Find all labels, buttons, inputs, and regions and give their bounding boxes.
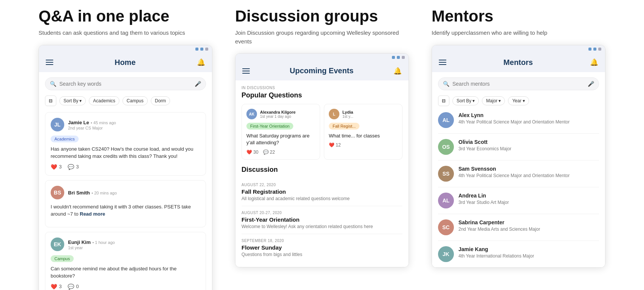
- mentors-section: Mentors Identify upperclassmen who are w…: [432, 8, 605, 268]
- discussion-date-0: AUGUST 22, 2020: [242, 183, 402, 187]
- mentor-avatar-1: OS: [438, 139, 454, 155]
- author-name-2: Eunji Kim: [68, 239, 91, 245]
- mentors-filter-icon-btn[interactable]: ⊟: [438, 96, 449, 106]
- campus-chip[interactable]: Campus: [122, 96, 148, 105]
- mentor-item-1[interactable]: OS Olivia Scott 3rd Year Economics Major: [438, 139, 599, 155]
- titlebar-dot-2: [200, 48, 203, 51]
- qcard-text-1: What time... for classes: [329, 133, 398, 139]
- discussion-section-heading: Discussion: [242, 166, 402, 174]
- search-icon: 🔍: [50, 81, 56, 87]
- mentor-info-1: Olivia Scott 3rd Year Economics Major: [458, 139, 599, 152]
- discussion-item-0[interactable]: AUGUST 22, 2020 Fall Registration All lo…: [242, 178, 402, 206]
- mentors-sort-label: Sort By: [457, 98, 471, 103]
- question-cards: AK Alexandra Kilgore 1st year 1 day ago …: [242, 104, 402, 159]
- mentors-sort-chip[interactable]: Sort By ▾: [452, 96, 479, 105]
- dorm-label: Dorm: [155, 98, 166, 103]
- sort-by-label: Sort By: [63, 98, 78, 103]
- heart-reaction-2[interactable]: ❤️ 3: [51, 284, 62, 290]
- qa-search-bar[interactable]: 🔍 🎤: [45, 77, 206, 90]
- discussion-subtitle: Join Discussion groups regarding upcomin…: [235, 29, 409, 46]
- bell-icon[interactable]: 🔔: [197, 58, 205, 66]
- post-meta-1: Bri Smith • 20 mins ago: [68, 189, 200, 196]
- academics-chip[interactable]: Academics: [89, 96, 119, 105]
- titlebar-dot-d3: [402, 56, 405, 59]
- discussion-hamburger-icon[interactable]: [242, 68, 250, 74]
- mentor-item-4[interactable]: SC Sabrina Carpenter 2nd Year Media Arts…: [438, 219, 599, 235]
- qcard-hearts-1: ❤️ 12: [329, 142, 341, 148]
- mentors-search-icon: 🔍: [443, 81, 449, 87]
- major-chip[interactable]: Major ▾: [482, 96, 505, 105]
- mic-icon[interactable]: 🎤: [195, 81, 201, 87]
- discussion-date-2: SEPTEMBER 18, 2020: [242, 239, 402, 243]
- mentor-item-0[interactable]: AL Alex Lynn 4th Year Political Science …: [438, 112, 599, 128]
- discussion-titlebar: [235, 54, 409, 61]
- mentor-item-3[interactable]: AL Andrea Lin 3rd Year Studio Art Major: [438, 193, 599, 208]
- read-more-link[interactable]: Read more: [80, 211, 105, 217]
- mentor-divider-0: [438, 133, 599, 134]
- post-header-1: BS Bri Smith • 20 mins ago: [51, 186, 200, 199]
- post-footer-0: ❤️ 3 💬 3: [51, 164, 200, 170]
- sort-by-chip[interactable]: Sort By ▾: [59, 96, 86, 105]
- comment-count: 3: [76, 164, 79, 170]
- discussion-bell-icon[interactable]: 🔔: [393, 67, 402, 75]
- qa-header-title: Home: [115, 58, 136, 67]
- qcard-footer-1: ❤️ 12: [329, 142, 398, 148]
- mentors-bell-icon[interactable]: 🔔: [590, 58, 598, 66]
- question-card-0[interactable]: AK Alexandra Kilgore 1st year 1 day ago …: [242, 104, 320, 159]
- post-time-2: • 1 hour ago: [92, 240, 115, 245]
- filter-icon: ⊟: [49, 98, 53, 103]
- qcard-year-1: 1st y...: [342, 114, 353, 119]
- search-input[interactable]: [59, 81, 195, 87]
- mentors-hamburger-icon[interactable]: [439, 60, 446, 65]
- mentors-search-input[interactable]: [452, 81, 588, 87]
- mentor-avatar-0: AL: [438, 112, 454, 128]
- post-text-content-1: I wouldn't recommend taking it with 3 ot…: [51, 204, 191, 217]
- mentor-item-2[interactable]: SS Sam Svensson 4th Year Political Scien…: [438, 166, 599, 182]
- discussion-title: Discussion groups: [235, 8, 409, 25]
- discussion-item-1[interactable]: AUGUST 20-27, 2020 First-Year Orientatio…: [242, 206, 402, 234]
- mentors-phone-body: 🔍 🎤 ⊟ Sort By ▾ Major ▾ Year: [432, 72, 605, 267]
- post-card-2: EK Eunji Kim • 1 hour ago 1st year Campu…: [45, 232, 206, 290]
- titlebar-dot-3: [205, 48, 208, 51]
- mentor-detail-4: 2nd Year Media Arts and Sciences Major: [458, 226, 599, 233]
- post-tag-academics: Academics: [51, 136, 79, 142]
- heart-reaction-0[interactable]: ❤️ 3: [51, 164, 62, 170]
- qcard-text-0: What Saturday programs are y'all attendi…: [246, 133, 315, 146]
- qcard-header-0: AK Alexandra Kilgore 1st year 1 day ago: [246, 109, 315, 119]
- campus-label: Campus: [127, 98, 144, 103]
- mentors-search-bar[interactable]: 🔍 🎤: [438, 77, 599, 90]
- mentor-avatar-5: JK: [438, 246, 454, 262]
- mentor-info-0: Alex Lynn 4th Year Political Science Maj…: [458, 112, 599, 125]
- comment-reaction-2[interactable]: 💬 0: [68, 284, 79, 290]
- filter-icon-button[interactable]: ⊟: [45, 96, 56, 106]
- mentor-divider-2: [438, 187, 599, 187]
- comment-reaction-0[interactable]: 💬 3: [68, 164, 79, 170]
- post-time-0: • 45 mins ago: [91, 120, 116, 125]
- discussion-desc-2: Questions from bigs and littles: [242, 252, 402, 257]
- mentor-detail-3: 3rd Year Studio Art Major: [458, 199, 599, 206]
- question-card-1[interactable]: L Lydia 1st y... Fall Regist... What tim…: [324, 104, 402, 159]
- post-text-1: I wouldn't recommend taking it with 3 ot…: [51, 203, 200, 218]
- mentor-detail-2: 4th Year Political Science Major and Ori…: [458, 173, 599, 179]
- mentor-info-4: Sabrina Carpenter 2nd Year Media Arts an…: [458, 219, 599, 233]
- mentors-mic-icon[interactable]: 🎤: [588, 81, 594, 87]
- filter-icon-m: ⊟: [442, 98, 446, 103]
- qcard-tag-0: First-Year Orientation: [246, 123, 293, 130]
- titlebar-dot-m1: [588, 48, 591, 51]
- year-chip[interactable]: Year ▾: [508, 96, 529, 105]
- qcard-year-0: 1st year 1 day ago: [260, 114, 296, 119]
- hamburger-icon[interactable]: [46, 60, 53, 65]
- author-name: Jamie Le: [68, 120, 89, 125]
- discussion-phone-mockup: Upcoming Events 🔔 IN DISCUSSIONS Popular…: [235, 53, 409, 267]
- discussion-item-2[interactable]: SEPTEMBER 18, 2020 Flower Sunday Questio…: [242, 234, 402, 262]
- qcard-author-0: Alexandra Kilgore: [260, 110, 296, 114]
- post-meta-2: Eunji Kim • 1 hour ago 1st year: [68, 239, 200, 250]
- discussion-desc-1: Welcome to Wellesley! Ask any orientatio…: [242, 224, 402, 229]
- qcard-header-1: L Lydia 1st y...: [329, 109, 398, 119]
- dorm-chip[interactable]: Dorm: [151, 96, 170, 105]
- mentors-phone-mockup: Mentors 🔔 🔍 🎤 ⊟ Sort By ▾ Major: [432, 45, 605, 268]
- mentor-item-5[interactable]: JK Jamie Kang 4th Year International Rel…: [438, 246, 599, 262]
- heart-count: 3: [59, 164, 62, 170]
- qcard-time: 1 day ago: [274, 114, 291, 119]
- post-author-0: Jamie Le • 45 mins ago: [68, 119, 200, 126]
